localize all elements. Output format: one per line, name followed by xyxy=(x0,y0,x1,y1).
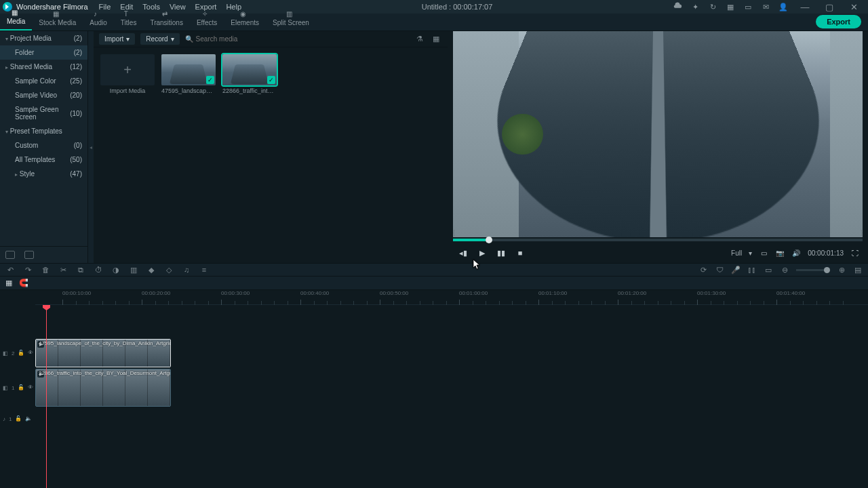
timeline-ruler[interactable]: 00:00:10:0000:00:20:0000:00:30:0000:00:4… xyxy=(35,290,868,305)
media-sidebar: ▾ Project Media(2) Folder(2) ▸ Shared Me… xyxy=(0,31,88,263)
sidebar-item-custom[interactable]: Custom(0) xyxy=(0,138,87,152)
preview-scrubber[interactable] xyxy=(453,239,863,241)
sidebar-collapse-handle[interactable]: ◂ xyxy=(88,31,94,263)
minimize-button[interactable]: — xyxy=(793,0,816,14)
tab-stock-media[interactable]: ▦Stock Media xyxy=(32,7,83,30)
lock-icon[interactable]: 🔓 xyxy=(18,350,24,357)
media-clip-1-label: 47595_landscape_of_... xyxy=(161,87,216,94)
tab-elements[interactable]: ◉Elements xyxy=(224,7,266,30)
speed-icon[interactable]: ⏱ xyxy=(94,265,103,274)
delete-icon[interactable]: 🗑 xyxy=(41,265,50,274)
color-icon[interactable]: ◑ xyxy=(111,265,121,274)
sidebar-item-sample-video[interactable]: Sample Video(20) xyxy=(0,88,87,102)
stop-button[interactable]: ■ xyxy=(515,248,525,258)
mute-icon[interactable]: 🔈 xyxy=(25,415,32,422)
volume-icon[interactable]: 🔊 xyxy=(791,248,801,258)
detach-audio-icon[interactable]: ♫ xyxy=(182,265,191,274)
import-button[interactable]: Import ▾ xyxy=(99,33,135,45)
media-clip-1[interactable]: ✓ xyxy=(161,54,216,85)
adjust-icon[interactable]: ▭ xyxy=(764,265,773,274)
more-icon[interactable]: ≡ xyxy=(199,265,209,274)
tab-titles[interactable]: TTitles xyxy=(114,7,144,30)
sparkle-icon[interactable]: ✦ xyxy=(690,2,700,12)
sidebar-item-sample-color[interactable]: Sample Color(25) xyxy=(0,74,87,88)
clip-v2-label: 47595_landscape_of_the_city_by_Dima_Anik… xyxy=(39,340,171,346)
timeline: 00:00:10:0000:00:20:0000:00:30:0000:00:4… xyxy=(0,290,868,488)
search-icon: 🔍 xyxy=(185,35,193,43)
tab-transitions[interactable]: ⇄Transitions xyxy=(143,7,190,30)
display-icon[interactable]: ▭ xyxy=(759,248,768,258)
new-folder-icon[interactable] xyxy=(5,251,15,259)
account-icon[interactable]: 👤 xyxy=(778,2,788,12)
screen-icon[interactable]: ▭ xyxy=(743,2,753,12)
zoom-slider[interactable] xyxy=(796,269,830,271)
search-input[interactable] xyxy=(196,35,321,43)
sidebar-item-style[interactable]: ▸ Style(47) xyxy=(0,167,87,181)
mixer-icon[interactable]: ⫿⫿ xyxy=(747,265,757,274)
export-button[interactable]: Export xyxy=(816,15,861,28)
import-media-label: Import Media xyxy=(100,87,155,94)
refresh-icon[interactable]: ↻ xyxy=(708,2,717,12)
lock-icon[interactable]: 🔓 xyxy=(18,384,24,391)
sidebar-item-sample-green-screen[interactable]: Sample Green Screen(10) xyxy=(0,102,87,124)
filter-icon[interactable]: ⚗ xyxy=(416,35,426,44)
visibility-icon[interactable]: 👁 xyxy=(28,350,33,357)
marker-icon[interactable]: ◆ xyxy=(146,265,156,274)
record-button[interactable]: Record ▾ xyxy=(140,33,179,45)
sidebar-item-folder[interactable]: Folder(2) xyxy=(0,45,87,60)
sidebar-item-all-templates[interactable]: All Templates(50) xyxy=(0,152,87,167)
app-logo-icon xyxy=(3,2,12,12)
cut-icon[interactable]: ✂ xyxy=(58,265,68,274)
visibility-icon[interactable]: 👁 xyxy=(28,384,33,391)
tab-split-screen[interactable]: ▥Split Screen xyxy=(266,7,316,30)
playhead[interactable] xyxy=(46,305,47,488)
render-icon[interactable]: ⟳ xyxy=(698,265,708,274)
mail-icon[interactable]: ✉ xyxy=(761,2,770,12)
playhead-time: 00:00:01:13 xyxy=(808,249,844,257)
mic-icon[interactable]: 🎤 xyxy=(731,265,741,274)
media-clip-2[interactable]: ✓ xyxy=(222,54,277,85)
timeline-toolbar: ↶ ↷ 🗑 ✂ ⧉ ⏱ ◑ ▥ ◆ ◇ ♫ ≡ ⟳ 🛡 🎤 ⫿⫿ ▭ ⊖ ⊕ ▤ xyxy=(0,263,868,277)
video-track-2: ◧2🔓👁 ▶ 47595_landscape_of_the_city_by_Di… xyxy=(35,339,868,367)
snapshot-icon[interactable]: 📷 xyxy=(775,248,785,258)
zoom-out-icon[interactable]: ⊖ xyxy=(780,265,789,274)
quality-label[interactable]: Full xyxy=(731,249,742,257)
media-panel: Import ▾ Record ▾ 🔍 ⚗ ▦ + Import Media ✓… xyxy=(94,31,448,263)
prev-frame-button[interactable]: ◂▮ xyxy=(458,248,468,258)
zoom-in-icon[interactable]: ⊕ xyxy=(837,265,846,274)
workspace-tabs: ▦Media ▦Stock Media ♪Audio TTitles ⇄Tran… xyxy=(0,14,868,31)
crop-icon[interactable]: ⧉ xyxy=(76,265,85,274)
redo-icon[interactable]: ↷ xyxy=(23,265,33,274)
timeline-clip-v1[interactable]: ▶ 22866_traffic_into_the_city_BY_Yoal_De… xyxy=(35,369,171,407)
magnet-icon[interactable]: 🧲 xyxy=(19,279,28,287)
cloud-icon[interactable] xyxy=(673,2,682,12)
keyframe-icon[interactable]: ◇ xyxy=(164,265,174,274)
layout-icon[interactable]: ▦ xyxy=(726,2,735,12)
clip-v1-label: 22866_traffic_into_the_city_BY_Yoal_Desu… xyxy=(39,370,171,376)
sidebar-item-project-media[interactable]: ▾ Project Media(2) xyxy=(0,31,87,45)
video-track-1: ◧1🔓👁 ▶ 22866_traffic_into_the_city_BY_Yo… xyxy=(35,369,868,407)
sidebar-item-shared-media[interactable]: ▸ Shared Media(12) xyxy=(0,60,87,74)
tab-effects[interactable]: ✧Effects xyxy=(190,7,224,30)
folder-open-icon[interactable] xyxy=(24,251,34,259)
grid-view-icon[interactable]: ▦ xyxy=(433,35,442,44)
lock-icon[interactable]: 🔓 xyxy=(15,415,22,422)
voiceover-icon[interactable]: 🛡 xyxy=(715,265,724,274)
manage-tracks-icon[interactable]: ▤ xyxy=(853,265,863,274)
maximize-button[interactable]: ▢ xyxy=(818,0,841,14)
close-button[interactable]: ✕ xyxy=(842,0,865,14)
sidebar-item-preset-templates[interactable]: ▾ Preset Templates xyxy=(0,124,87,138)
pause-button[interactable]: ▮▮ xyxy=(496,248,506,258)
preview-viewport[interactable] xyxy=(453,31,863,237)
audio-track-1: ♪1🔓🔈 xyxy=(35,412,868,426)
undo-icon[interactable]: ↶ xyxy=(5,265,15,274)
import-media-tile[interactable]: + xyxy=(100,54,155,85)
play-button[interactable]: ▶ xyxy=(477,248,487,258)
track-settings-icon[interactable]: ▦ xyxy=(5,279,12,287)
fullscreen-icon[interactable]: ⛶ xyxy=(850,248,860,258)
greenscreen-icon[interactable]: ▥ xyxy=(129,265,138,274)
preview-panel: {} ◂▮ ▶ ▮▮ ■ Full▾ ▭ 📷 🔊 00:00:01:13 ⛶ xyxy=(448,31,868,263)
tab-audio[interactable]: ♪Audio xyxy=(83,7,114,30)
media-clip-2-label: 22866_traffic_into_th... xyxy=(222,87,277,94)
timeline-clip-v2[interactable]: ▶ 47595_landscape_of_the_city_by_Dima_An… xyxy=(35,339,171,367)
